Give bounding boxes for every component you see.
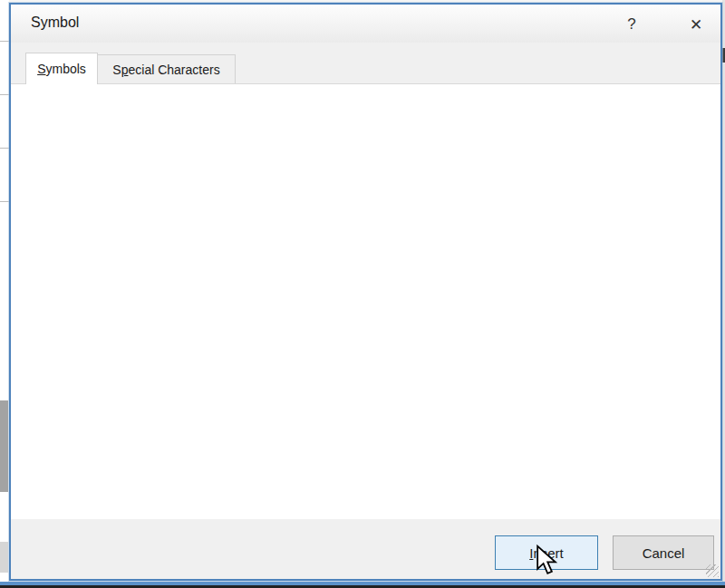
- help-button[interactable]: ?: [616, 12, 647, 37]
- close-icon: ✕: [690, 15, 702, 34]
- symbol-dialog: Symbol ? ✕ Symbols Special Characters Fo…: [9, 3, 722, 581]
- tab-special-characters[interactable]: Special Characters: [98, 54, 236, 84]
- help-icon: ?: [627, 15, 635, 34]
- tab-symbols[interactable]: Symbols: [25, 53, 98, 84]
- background-left-block: [0, 400, 8, 492]
- cancel-button[interactable]: Cancel: [613, 535, 714, 570]
- close-button[interactable]: ✕: [680, 12, 712, 37]
- resize-grip-icon[interactable]: [706, 564, 719, 577]
- mouse-cursor-icon: [535, 545, 558, 575]
- dialog-title: Symbol: [31, 14, 79, 31]
- title-bar[interactable]: Symbol ? ✕: [11, 5, 720, 43]
- background-spreadsheet-left: [0, 0, 9, 588]
- symbols-tab-panel: [11, 83, 720, 519]
- background-left-block: [0, 542, 8, 573]
